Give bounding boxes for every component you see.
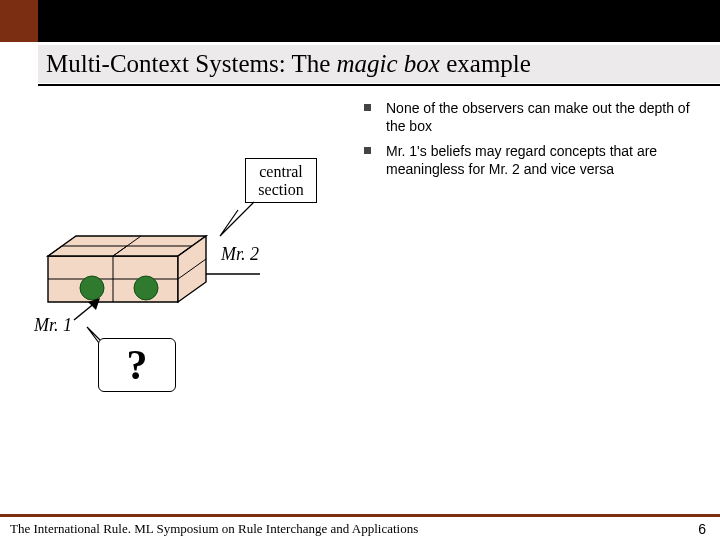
question-callout: ?: [98, 338, 176, 392]
mr2-label: Mr. 2: [221, 244, 259, 265]
bullet-list: None of the observers can make out the d…: [354, 100, 712, 186]
svg-point-13: [80, 276, 104, 300]
svg-point-14: [134, 276, 158, 300]
central-label-line2: section: [252, 181, 310, 199]
footer-text: The International Rule. ML Symposium on …: [10, 521, 418, 537]
bullet-item: None of the observers can make out the d…: [354, 100, 712, 135]
magic-box-figure: [42, 232, 214, 310]
bullet-text: Mr. 1's beliefs may regard concepts that…: [386, 143, 657, 177]
footer: The International Rule. ML Symposium on …: [0, 514, 720, 540]
slide: Multi-Context Systems: The magic box exa…: [0, 0, 720, 540]
title-underline: [38, 84, 720, 86]
top-accent-bar: [0, 0, 720, 42]
question-mark: ?: [127, 341, 148, 389]
page-number: 6: [698, 521, 706, 537]
top-black-strip: [38, 0, 720, 42]
bullet-text: None of the observers can make out the d…: [386, 100, 690, 134]
central-section-callout: central section: [245, 158, 317, 203]
arrow-up-right-icon: [72, 298, 102, 322]
title-italic: magic box: [337, 50, 440, 77]
svg-marker-16: [88, 298, 100, 310]
speech-pointer-icon: [218, 200, 256, 238]
mr1-label: Mr. 1: [34, 315, 72, 336]
title-part2: example: [440, 50, 531, 77]
bullet-item: Mr. 1's beliefs may regard concepts that…: [354, 143, 712, 178]
slide-title-area: Multi-Context Systems: The magic box exa…: [38, 45, 720, 83]
title-part1: Multi-Context Systems: The: [46, 50, 337, 77]
central-label-line1: central: [252, 163, 310, 181]
square-bullet-icon: [364, 104, 371, 111]
slide-title: Multi-Context Systems: The magic box exa…: [46, 50, 531, 78]
square-bullet-icon: [364, 147, 371, 154]
